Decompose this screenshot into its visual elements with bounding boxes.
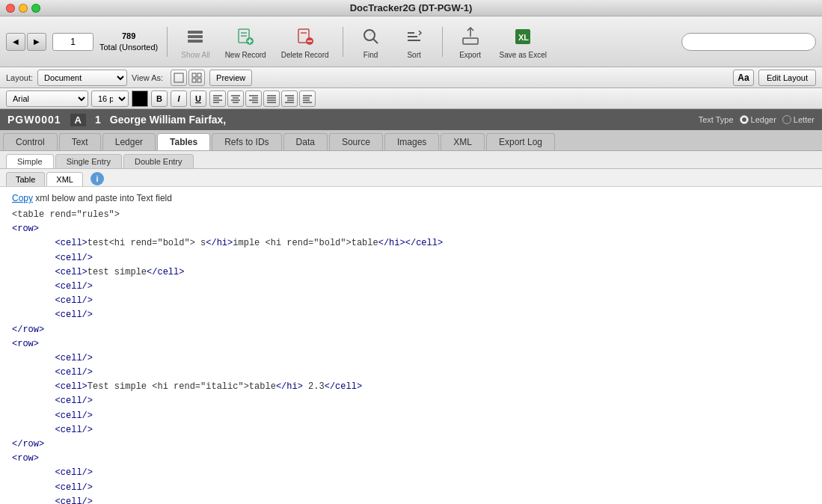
minimize-button[interactable] xyxy=(19,4,28,13)
xml-line: <cell/> xyxy=(12,495,810,504)
save-excel-button[interactable]: XL Save as Excel xyxy=(495,23,551,61)
xml-line: <cell/> xyxy=(12,394,810,408)
align-center-button[interactable] xyxy=(227,90,244,107)
justify-button[interactable] xyxy=(263,90,280,107)
main-tab-tables[interactable]: Tables xyxy=(157,133,210,150)
sub-tab-single-entry[interactable]: Single Entry xyxy=(55,154,122,168)
main-tab-export-log[interactable]: Export Log xyxy=(486,133,555,150)
main-tab-images[interactable]: Images xyxy=(384,133,439,150)
export-button[interactable]: Export xyxy=(452,23,489,61)
view-icons xyxy=(171,70,205,86)
text-type-area: Text Type Ledger Letter xyxy=(699,115,815,124)
font-select[interactable]: Arial xyxy=(6,90,88,107)
inner-tab-table[interactable]: Table xyxy=(6,172,45,186)
list-view-button[interactable] xyxy=(171,70,187,86)
underline-button[interactable]: U xyxy=(190,90,206,107)
svg-rect-19 xyxy=(463,38,478,44)
bold-button[interactable]: B xyxy=(151,90,168,107)
xml-line: <cell/> xyxy=(12,280,810,294)
title-bar: DocTracker2G (DT-PGW-1) xyxy=(0,0,822,16)
align-right-button[interactable] xyxy=(245,90,262,107)
layout-select[interactable]: Document xyxy=(37,70,127,86)
italic-button[interactable]: I xyxy=(171,90,187,107)
size-select[interactable]: 16 pt xyxy=(91,90,129,107)
main-tab-source[interactable]: Source xyxy=(329,133,383,150)
svg-line-14 xyxy=(373,39,378,43)
main-tab-text[interactable]: Text xyxy=(59,133,101,150)
ledger-radio[interactable]: Ledger xyxy=(740,115,776,124)
delete-record-button[interactable]: Delete Record xyxy=(277,23,334,61)
window-controls xyxy=(6,4,40,13)
align-buttons xyxy=(209,90,316,107)
export-label: Export xyxy=(459,51,481,59)
toolbar: ◀ ▶ 789 Total (Unsorted) Show All xyxy=(0,16,822,67)
find-button[interactable]: Find xyxy=(352,23,390,61)
sub-tab-simple[interactable]: Simple xyxy=(6,154,54,168)
info-icon[interactable]: i xyxy=(91,172,104,185)
grid-view-button[interactable] xyxy=(188,70,205,86)
next-button[interactable]: ▶ xyxy=(27,33,46,51)
view-as-label: View As: xyxy=(132,73,163,82)
xml-line: <cell/> xyxy=(12,481,810,495)
copy-instruction: xml below and paste into Text field xyxy=(33,193,172,203)
xml-line: <cell>test<hi rend="bold"> s</hi>imple <… xyxy=(12,236,810,251)
sort-label: Sort xyxy=(407,51,420,59)
find-icon xyxy=(359,25,383,49)
svg-rect-2 xyxy=(188,40,203,43)
show-all-icon xyxy=(183,25,207,49)
record-id: PGW0001 xyxy=(7,114,61,126)
xml-line: <cell>test simple</cell> xyxy=(12,265,810,280)
svg-rect-25 xyxy=(197,73,201,77)
format-bar: Arial 16 pt B I U xyxy=(0,88,822,109)
record-sort: Total (Unsorted) xyxy=(99,42,158,52)
sub-tab-double-entry[interactable]: Double Entry xyxy=(123,154,194,168)
xml-line: <cell/> xyxy=(12,466,810,480)
font-color-picker[interactable] xyxy=(132,90,148,107)
indent-button[interactable] xyxy=(281,90,298,107)
prev-button[interactable]: ◀ xyxy=(6,33,25,51)
ledger-radio-label: Ledger xyxy=(751,115,776,124)
outdent-button[interactable] xyxy=(299,90,316,107)
main-tab-data[interactable]: Data xyxy=(283,133,328,150)
main-tab-refs-to-ids[interactable]: Refs to IDs xyxy=(212,133,281,150)
copy-link[interactable]: Copy xyxy=(12,193,33,203)
content-area: Copy xml below and paste into Text field… xyxy=(0,187,822,504)
main-tab-xml[interactable]: XML xyxy=(441,133,485,150)
svg-rect-23 xyxy=(174,73,183,82)
divider2 xyxy=(343,27,343,57)
edit-layout-button[interactable]: Edit Layout xyxy=(758,70,816,86)
show-all-button[interactable]: Show All xyxy=(177,23,214,61)
letter-radio-circle xyxy=(782,115,791,124)
divider xyxy=(167,27,168,57)
new-record-button[interactable]: New Record xyxy=(221,23,271,61)
xml-line: <row> xyxy=(12,222,810,236)
new-record-icon xyxy=(233,25,257,49)
align-left-button[interactable] xyxy=(209,90,226,107)
inner-tab-xml[interactable]: XML xyxy=(46,172,83,186)
main-tab-ledger[interactable]: Ledger xyxy=(102,133,156,150)
letter-radio-label: Letter xyxy=(794,115,815,124)
aa-button[interactable]: Aa xyxy=(733,70,754,86)
find-label: Find xyxy=(364,51,378,59)
sub-tabs: SimpleSingle EntryDouble Entry xyxy=(0,151,822,169)
svg-line-15 xyxy=(369,32,372,35)
record-total: 789 xyxy=(122,31,135,41)
record-num: 1 xyxy=(95,114,101,126)
preview-button[interactable]: Preview xyxy=(209,70,252,86)
record-input[interactable] xyxy=(52,33,93,51)
xml-line: <cell>Test simple <hi rend="italic">tabl… xyxy=(12,380,810,394)
close-button[interactable] xyxy=(6,4,15,13)
sort-icon xyxy=(402,25,426,49)
delete-record-icon xyxy=(293,25,317,49)
inner-tabs: TableXML i xyxy=(0,169,822,187)
maximize-button[interactable] xyxy=(31,4,40,13)
search-input[interactable] xyxy=(681,33,816,51)
xml-line: <cell/> xyxy=(12,351,810,366)
svg-rect-27 xyxy=(197,79,201,82)
main-tab-control[interactable]: Control xyxy=(3,133,58,150)
letter-radio[interactable]: Letter xyxy=(782,115,815,124)
window-title: DocTracker2G (DT-PGW-1) xyxy=(350,2,473,13)
xml-line: <cell/> xyxy=(12,308,810,322)
record-header: PGW0001 A 1 George William Fairfax, Text… xyxy=(0,109,822,130)
sort-button[interactable]: Sort xyxy=(396,23,433,61)
